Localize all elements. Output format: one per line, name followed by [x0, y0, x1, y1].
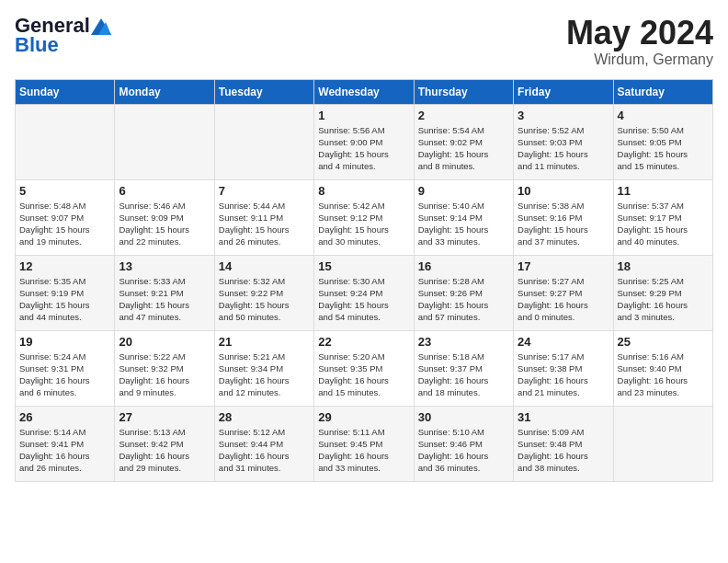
- day-info: Sunrise: 5:32 AM Sunset: 9:22 PM Dayligh…: [219, 275, 310, 324]
- week-row-1: 1Sunrise: 5:56 AM Sunset: 9:00 PM Daylig…: [16, 104, 713, 179]
- day-info: Sunrise: 5:30 AM Sunset: 9:24 PM Dayligh…: [318, 275, 409, 324]
- day-number: 26: [19, 410, 110, 424]
- day-info: Sunrise: 5:09 AM Sunset: 9:48 PM Dayligh…: [518, 426, 609, 475]
- calendar-cell: [214, 104, 313, 179]
- day-info: Sunrise: 5:44 AM Sunset: 9:11 PM Dayligh…: [219, 200, 310, 248]
- day-header-friday: Friday: [514, 79, 613, 104]
- day-number: 8: [318, 184, 409, 198]
- week-row-2: 5Sunrise: 5:48 AM Sunset: 9:07 PM Daylig…: [16, 179, 713, 255]
- day-info: Sunrise: 5:56 AM Sunset: 9:00 PM Dayligh…: [318, 124, 409, 173]
- calendar-cell: 21Sunrise: 5:21 AM Sunset: 9:34 PM Dayli…: [214, 330, 313, 406]
- calendar-cell: 31Sunrise: 5:09 AM Sunset: 9:48 PM Dayli…: [514, 406, 613, 481]
- calendar-cell: 27Sunrise: 5:13 AM Sunset: 9:42 PM Dayli…: [115, 406, 214, 481]
- day-info: Sunrise: 5:24 AM Sunset: 9:31 PM Dayligh…: [19, 350, 110, 399]
- day-info: Sunrise: 5:16 AM Sunset: 9:40 PM Dayligh…: [618, 350, 709, 399]
- day-header-saturday: Saturday: [613, 79, 712, 104]
- day-info: Sunrise: 5:35 AM Sunset: 9:19 PM Dayligh…: [19, 275, 110, 324]
- logo: General Blue: [15, 15, 112, 57]
- day-info: Sunrise: 5:42 AM Sunset: 9:12 PM Dayligh…: [318, 200, 409, 248]
- calendar-cell: 18Sunrise: 5:25 AM Sunset: 9:29 PM Dayli…: [613, 255, 712, 330]
- day-info: Sunrise: 5:28 AM Sunset: 9:26 PM Dayligh…: [418, 275, 509, 324]
- calendar-cell: 3Sunrise: 5:52 AM Sunset: 9:03 PM Daylig…: [514, 104, 613, 179]
- calendar-cell: 9Sunrise: 5:40 AM Sunset: 9:14 PM Daylig…: [414, 179, 513, 255]
- day-info: Sunrise: 5:38 AM Sunset: 9:16 PM Dayligh…: [518, 200, 609, 248]
- day-info: Sunrise: 5:18 AM Sunset: 9:37 PM Dayligh…: [418, 350, 509, 399]
- day-info: Sunrise: 5:52 AM Sunset: 9:03 PM Dayligh…: [518, 124, 609, 173]
- calendar-cell: 4Sunrise: 5:50 AM Sunset: 9:05 PM Daylig…: [613, 104, 712, 179]
- day-number: 25: [618, 335, 709, 349]
- week-row-3: 12Sunrise: 5:35 AM Sunset: 9:19 PM Dayli…: [16, 255, 713, 330]
- day-info: Sunrise: 5:13 AM Sunset: 9:42 PM Dayligh…: [119, 426, 210, 475]
- day-info: Sunrise: 5:17 AM Sunset: 9:38 PM Dayligh…: [518, 350, 609, 399]
- calendar-cell: 14Sunrise: 5:32 AM Sunset: 9:22 PM Dayli…: [214, 255, 313, 330]
- day-number: 6: [119, 184, 210, 198]
- day-info: Sunrise: 5:12 AM Sunset: 9:44 PM Dayligh…: [219, 426, 310, 475]
- day-number: 30: [418, 410, 509, 424]
- location-title: Wirdum, Germany: [566, 52, 713, 68]
- logo-icon: [91, 18, 111, 35]
- day-number: 14: [219, 259, 310, 273]
- day-number: 29: [318, 410, 409, 424]
- day-info: Sunrise: 5:21 AM Sunset: 9:34 PM Dayligh…: [219, 350, 310, 399]
- calendar-cell: [16, 104, 115, 179]
- calendar-cell: 11Sunrise: 5:37 AM Sunset: 9:17 PM Dayli…: [613, 179, 712, 255]
- logo-blue: Blue: [15, 33, 59, 57]
- calendar-cell: 24Sunrise: 5:17 AM Sunset: 9:38 PM Dayli…: [514, 330, 613, 406]
- calendar-cell: 30Sunrise: 5:10 AM Sunset: 9:46 PM Dayli…: [414, 406, 513, 481]
- calendar-cell: 29Sunrise: 5:11 AM Sunset: 9:45 PM Dayli…: [314, 406, 414, 481]
- calendar-cell: 19Sunrise: 5:24 AM Sunset: 9:31 PM Dayli…: [16, 330, 115, 406]
- calendar-cell: 10Sunrise: 5:38 AM Sunset: 9:16 PM Dayli…: [514, 179, 613, 255]
- day-number: 10: [518, 184, 609, 198]
- calendar-cell: 2Sunrise: 5:54 AM Sunset: 9:02 PM Daylig…: [414, 104, 513, 179]
- header-row: SundayMondayTuesdayWednesdayThursdayFrid…: [16, 79, 713, 104]
- day-info: Sunrise: 5:46 AM Sunset: 9:09 PM Dayligh…: [119, 200, 210, 248]
- calendar-cell: 12Sunrise: 5:35 AM Sunset: 9:19 PM Dayli…: [16, 255, 115, 330]
- calendar-cell: 23Sunrise: 5:18 AM Sunset: 9:37 PM Dayli…: [414, 330, 513, 406]
- day-number: 24: [518, 335, 609, 349]
- day-number: 5: [19, 184, 110, 198]
- calendar-cell: 13Sunrise: 5:33 AM Sunset: 9:21 PM Dayli…: [115, 255, 214, 330]
- day-number: 19: [19, 335, 110, 349]
- day-number: 31: [518, 410, 609, 424]
- day-number: 16: [418, 259, 509, 273]
- calendar-cell: 8Sunrise: 5:42 AM Sunset: 9:12 PM Daylig…: [314, 179, 414, 255]
- day-number: 11: [618, 184, 709, 198]
- calendar-cell: 28Sunrise: 5:12 AM Sunset: 9:44 PM Dayli…: [214, 406, 313, 481]
- day-info: Sunrise: 5:20 AM Sunset: 9:35 PM Dayligh…: [318, 350, 409, 399]
- day-info: Sunrise: 5:37 AM Sunset: 9:17 PM Dayligh…: [618, 200, 709, 248]
- header: General Blue May 2024 Wirdum, Germany: [15, 15, 713, 68]
- day-info: Sunrise: 5:25 AM Sunset: 9:29 PM Dayligh…: [618, 275, 709, 324]
- week-row-5: 26Sunrise: 5:14 AM Sunset: 9:41 PM Dayli…: [16, 406, 713, 481]
- day-info: Sunrise: 5:40 AM Sunset: 9:14 PM Dayligh…: [418, 200, 509, 248]
- calendar-cell: 25Sunrise: 5:16 AM Sunset: 9:40 PM Dayli…: [613, 330, 712, 406]
- day-number: 23: [418, 335, 509, 349]
- day-number: 28: [219, 410, 310, 424]
- calendar-cell: 16Sunrise: 5:28 AM Sunset: 9:26 PM Dayli…: [414, 255, 513, 330]
- calendar-cell: 6Sunrise: 5:46 AM Sunset: 9:09 PM Daylig…: [115, 179, 214, 255]
- calendar-cell: 22Sunrise: 5:20 AM Sunset: 9:35 PM Dayli…: [314, 330, 414, 406]
- day-number: 2: [418, 109, 509, 122]
- day-info: Sunrise: 5:48 AM Sunset: 9:07 PM Dayligh…: [19, 200, 110, 248]
- calendar-cell: [115, 104, 214, 179]
- day-number: 12: [19, 259, 110, 273]
- day-info: Sunrise: 5:54 AM Sunset: 9:02 PM Dayligh…: [418, 124, 509, 173]
- day-info: Sunrise: 5:22 AM Sunset: 9:32 PM Dayligh…: [119, 350, 210, 399]
- calendar-cell: 7Sunrise: 5:44 AM Sunset: 9:11 PM Daylig…: [214, 179, 313, 255]
- day-header-tuesday: Tuesday: [214, 79, 313, 104]
- calendar-cell: 15Sunrise: 5:30 AM Sunset: 9:24 PM Dayli…: [314, 255, 414, 330]
- calendar-table: SundayMondayTuesdayWednesdayThursdayFrid…: [15, 79, 713, 482]
- day-number: 22: [318, 335, 409, 349]
- calendar-cell: 5Sunrise: 5:48 AM Sunset: 9:07 PM Daylig…: [16, 179, 115, 255]
- day-header-sunday: Sunday: [16, 79, 115, 104]
- day-info: Sunrise: 5:33 AM Sunset: 9:21 PM Dayligh…: [119, 275, 210, 324]
- calendar-cell: [613, 406, 712, 481]
- day-number: 18: [618, 259, 709, 273]
- day-info: Sunrise: 5:10 AM Sunset: 9:46 PM Dayligh…: [418, 426, 509, 475]
- day-number: 17: [518, 259, 609, 273]
- day-number: 7: [219, 184, 310, 198]
- day-number: 20: [119, 335, 210, 349]
- week-row-4: 19Sunrise: 5:24 AM Sunset: 9:31 PM Dayli…: [16, 330, 713, 406]
- calendar-cell: 26Sunrise: 5:14 AM Sunset: 9:41 PM Dayli…: [16, 406, 115, 481]
- calendar-cell: 1Sunrise: 5:56 AM Sunset: 9:00 PM Daylig…: [314, 104, 414, 179]
- day-info: Sunrise: 5:50 AM Sunset: 9:05 PM Dayligh…: [618, 124, 709, 173]
